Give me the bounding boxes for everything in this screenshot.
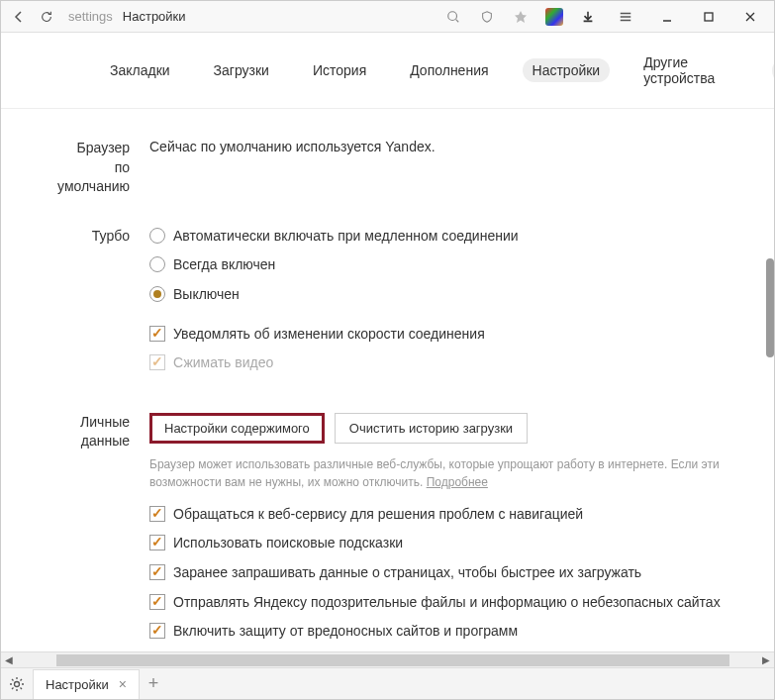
tab-history[interactable]: История [303,58,376,82]
checkbox-icon [149,506,165,522]
svg-point-2 [15,681,20,686]
section-label-personal: Личные данные [41,413,149,651]
reload-button[interactable] [33,3,60,31]
maximize-button[interactable] [689,3,728,31]
section-personal-data: Личные данные Настройки содержимого Очис… [41,413,734,651]
checkbox-icon [149,535,165,550]
checkbox-icon [149,354,165,370]
minimize-button[interactable] [647,3,687,31]
radio-label: Выключен [173,285,240,305]
turbo-check-compress-video: Сжимать видео [149,353,734,373]
section-label-turbo: Турбо [41,227,149,383]
radio-icon [149,286,165,302]
scroll-right-arrow[interactable]: ▶ [758,652,774,668]
radio-label: Автоматически включать при медленном сое… [173,227,519,247]
radio-icon [149,228,165,244]
menu-button[interactable] [606,3,645,31]
checkbox-icon [149,623,165,639]
turbo-radio-off[interactable]: Выключен [149,285,734,305]
extension-icon[interactable] [538,3,570,31]
section-default-browser: Браузер по умолчанию Сейчас по умолчанию… [41,139,734,197]
settings-nav-tabs: Закладки Загрузки История Дополнения Нас… [1,33,774,109]
checkbox-label: Сжимать видео [173,353,273,373]
settings-content: Браузер по умолчанию Сейчас по умолчанию… [1,109,774,663]
window-scrollbar-thumb[interactable] [766,258,774,357]
checkbox-icon [149,594,165,610]
learn-more-link[interactable]: Подробнее [427,475,488,489]
svg-rect-1 [705,13,713,21]
radio-icon [149,256,165,272]
tab-other-devices[interactable]: Другие устройства [633,50,725,90]
checkbox-icon [149,564,165,580]
turbo-check-notify[interactable]: Уведомлять об изменении скорости соедине… [149,325,734,345]
new-tab-button[interactable]: + [140,670,167,698]
scroll-left-arrow[interactable]: ◀ [1,652,17,668]
content-settings-button[interactable]: Настройки содержимого [149,413,325,444]
tab-bar: Настройки × + [1,667,774,699]
svg-point-0 [448,11,457,20]
check-prefetch[interactable]: Заранее запрашивать данные о страницах, … [149,563,734,583]
checkbox-label: Включить защиту от вредоносных сайтов и … [173,622,518,642]
bookmark-star-icon[interactable] [505,3,536,31]
downloads-icon[interactable] [572,3,604,31]
turbo-radio-always[interactable]: Всегда включен [149,255,734,275]
checkbox-label: Заранее запрашивать данные о страницах, … [173,563,641,583]
url-title: Настройки [123,9,186,24]
clear-history-button[interactable]: Очистить историю загрузки [335,413,528,444]
turbo-radio-auto[interactable]: Автоматически включать при медленном сое… [149,227,734,247]
default-browser-text: Сейчас по умолчанию используется Yandex. [149,139,734,154]
url-prefix: settings [68,9,113,24]
close-tab-icon[interactable]: × [119,676,127,692]
scroll-thumb[interactable] [56,654,729,666]
section-turbo: Турбо Автоматически включать при медленн… [41,227,734,383]
tab-extensions[interactable]: Дополнения [400,58,498,82]
checkbox-label: Уведомлять об изменении скорости соедине… [173,325,485,345]
back-button[interactable] [5,3,33,31]
scroll-track[interactable] [17,653,758,667]
check-web-service-nav[interactable]: Обращаться к веб-сервису для решения про… [149,505,734,525]
checkbox-icon [149,326,165,342]
tab-downloads[interactable]: Загрузки [204,58,279,82]
gear-icon[interactable] [1,668,33,700]
browser-tab-settings[interactable]: Настройки × [33,669,140,699]
shield-icon[interactable] [471,3,503,31]
tab-bookmarks[interactable]: Закладки [100,58,180,82]
close-window-button[interactable] [730,3,770,31]
radio-label: Всегда включен [173,255,275,275]
personal-help-text: Браузер может использовать различные веб… [149,455,734,491]
tab-settings[interactable]: Настройки [523,58,611,82]
check-malware-protection[interactable]: Включить защиту от вредоносных сайтов и … [149,622,734,642]
search-icon[interactable] [437,3,469,31]
checkbox-label: Отправлять Яндексу подозрительные файлы … [173,593,721,613]
check-send-suspicious[interactable]: Отправлять Яндексу подозрительные файлы … [149,593,734,613]
tab-title: Настройки [46,677,109,692]
check-search-suggestions[interactable]: Использовать поисковые подсказки [149,534,734,553]
checkbox-label: Обращаться к веб-сервису для решения про… [173,505,583,525]
address-bar[interactable]: settings Настройки [60,9,437,24]
title-bar: settings Настройки [1,1,774,33]
horizontal-scrollbar[interactable]: ◀ ▶ [1,651,774,667]
checkbox-label: Использовать поисковые подсказки [173,534,403,553]
section-label-default-browser: Браузер по умолчанию [41,139,149,197]
